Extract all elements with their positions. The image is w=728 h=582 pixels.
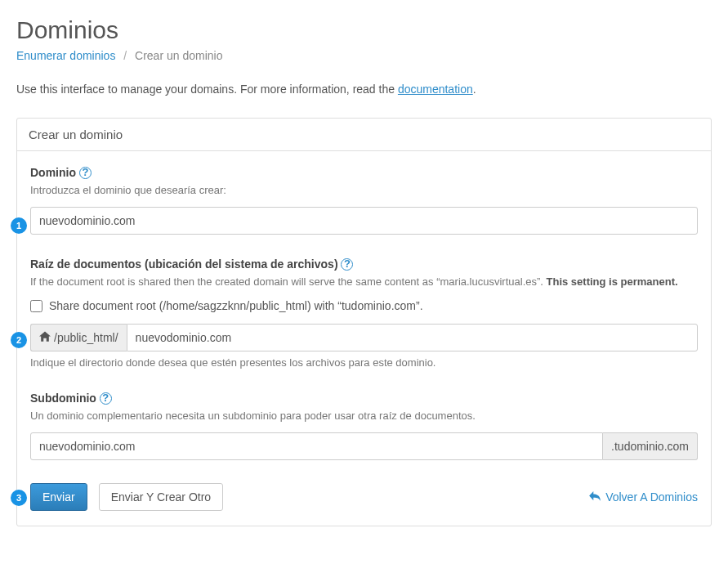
intro-text: Use this interface to manage your domain… (16, 80, 712, 98)
submit-button[interactable]: Enviar (30, 483, 87, 511)
intro-suffix: . (473, 83, 476, 96)
docroot-group: Raíz de documentos (ubicación del sistem… (30, 257, 698, 369)
docroot-input-group: /public_html/ (30, 324, 698, 351)
subdomain-label: Subdominio (30, 392, 96, 405)
subdomain-helper: Un dominio complementario necesita un su… (30, 408, 698, 424)
actions-row: 3 Enviar Enviar Y Crear Otro Volver A Do… (30, 483, 698, 511)
panel-title: Crear un dominio (17, 119, 711, 151)
step-badge-2: 2 (11, 332, 27, 348)
step-badge-1: 1 (11, 217, 27, 234)
breadcrumb-current: Crear un dominio (135, 49, 222, 62)
domain-helper: Introduzca el dominio que desearía crear… (30, 182, 698, 199)
breadcrumb-root-link[interactable]: Enumerar dominios (16, 49, 115, 62)
share-docroot-row[interactable]: Share document root (/home/sagzzknn/publ… (30, 299, 698, 312)
docroot-input[interactable] (127, 324, 698, 351)
home-icon (39, 331, 51, 344)
breadcrumb-separator: / (123, 49, 127, 62)
help-icon[interactable]: ? (79, 167, 92, 179)
back-to-domains-link[interactable]: Volver A Dominios (589, 490, 698, 504)
docroot-label: Raíz de documentos (ubicación del sistem… (30, 257, 338, 271)
submit-another-button[interactable]: Enviar Y Crear Otro (99, 483, 223, 511)
docroot-prefix-text: /public_html/ (54, 331, 118, 344)
docroot-prefix: /public_html/ (30, 324, 127, 351)
step-badge-3: 3 (11, 490, 27, 506)
share-docroot-checkbox[interactable] (30, 300, 42, 312)
share-docroot-label: Share document root (/home/sagzzknn/publ… (49, 299, 423, 312)
back-link-text: Volver A Dominios (605, 490, 698, 504)
subdomain-suffix: .tudominio.com (603, 432, 698, 460)
docroot-post-text: Indique el directorio donde desea que es… (30, 356, 698, 369)
domain-input[interactable] (30, 207, 698, 235)
documentation-link[interactable]: documentation (398, 83, 473, 96)
page-title: Dominios (16, 16, 712, 44)
create-domain-panel: Crear un dominio 1 Dominio ? Introduzca … (16, 118, 712, 526)
intro-prefix: Use this interface to manage your domain… (16, 83, 398, 96)
help-icon[interactable]: ? (100, 392, 112, 405)
help-icon[interactable]: ? (341, 258, 353, 271)
domain-label: Dominio (30, 166, 76, 179)
subdomain-group: Subdominio ? Un dominio complementario n… (30, 392, 698, 460)
docroot-helper: If the document root is shared then the … (30, 274, 698, 290)
subdomain-input[interactable] (30, 432, 603, 460)
docroot-helper-prefix: If the document root is shared then the … (30, 275, 547, 288)
breadcrumb: Enumerar dominios / Crear un dominio (16, 49, 712, 62)
docroot-helper-strong: This setting is permanent. (547, 275, 678, 288)
domain-group: 1 Dominio ? Introduzca el dominio que de… (30, 166, 698, 235)
reply-icon (589, 490, 601, 504)
subdomain-input-group: .tudominio.com (30, 432, 698, 460)
